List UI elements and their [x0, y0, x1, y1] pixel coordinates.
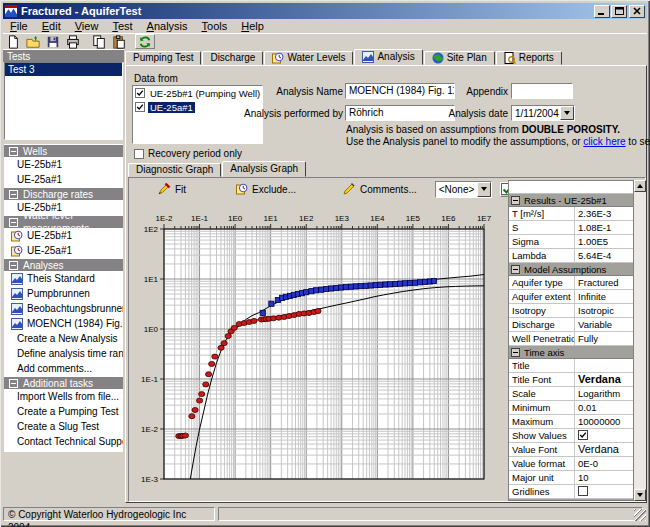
menu-bar: File Edit View Test Analysis Tools Help — [3, 19, 647, 33]
sidebar-item-well[interactable]: UE-25a#1 — [4, 172, 123, 187]
menu-edit[interactable]: Edit — [35, 19, 68, 33]
paste-button[interactable] — [109, 34, 129, 49]
svg-text:1E2: 1E2 — [144, 225, 159, 234]
waterlevel-section-header[interactable]: Water level measurements — [4, 215, 123, 228]
prop-value[interactable]: 1.08E-1 — [575, 221, 633, 234]
prop-label: Minimum — [509, 401, 575, 414]
prop-value[interactable]: 0E-0 — [575, 457, 633, 470]
prop-value[interactable]: Verdana — [575, 373, 633, 386]
exclude-button[interactable]: Exclude... — [232, 181, 300, 197]
menu-analysis[interactable]: Analysis — [140, 19, 195, 33]
copy-button[interactable] — [89, 34, 109, 49]
menu-test[interactable]: Test — [105, 19, 139, 33]
analyses-section-header[interactable]: Analyses — [4, 258, 123, 271]
close-button[interactable] — [629, 5, 645, 18]
tab-diagnostic-graph[interactable]: Diagnostic Graph — [128, 163, 221, 177]
add-comments-action[interactable]: Add comments... — [4, 361, 123, 376]
contact-support-action[interactable]: Contact Technical Support... — [4, 434, 123, 449]
create-new-analysis-action[interactable]: Create a New Analysis — [4, 331, 123, 346]
sidebar-item-analysis[interactable]: Pumpbrunnen — [4, 286, 123, 301]
resize-grip[interactable] — [634, 509, 646, 521]
sidebar-item-waterlevel[interactable]: UE-25a#1 — [4, 243, 123, 258]
minimize-button[interactable] — [594, 5, 610, 18]
maximize-button[interactable] — [611, 5, 627, 18]
overlay-dropdown-button[interactable] — [477, 182, 491, 197]
scroll-down-button[interactable] — [634, 489, 646, 501]
prop-value[interactable]: Logarithm — [575, 387, 633, 400]
tab-reports[interactable]: Reports — [496, 51, 562, 65]
model-assumptions-section-header[interactable]: Model Assumptions — [509, 263, 633, 276]
well-checkbox[interactable] — [135, 88, 145, 98]
sidebar-item-analysis[interactable]: Theis Standard — [4, 271, 123, 286]
tab-discharge[interactable]: Discharge — [202, 51, 263, 65]
save-button[interactable] — [43, 34, 63, 49]
menu-help[interactable]: Help — [234, 19, 271, 33]
sidebar-item-analysis[interactable]: Beobachtungsbrunnen — [4, 301, 123, 316]
menu-file[interactable]: File — [3, 19, 35, 33]
prop-value[interactable]: Verdana — [575, 443, 633, 456]
sidebar-item-analysis[interactable]: MOENCH (1984) Fig. 11 — [4, 316, 123, 331]
collapse-icon[interactable] — [511, 348, 520, 357]
prop-value[interactable]: 2.36E-3 — [575, 207, 633, 220]
analysis-chart[interactable]: 1E-21E-11E01E11E21E31E41E51E61E71E21E11E… — [132, 199, 506, 500]
define-time-range-action[interactable]: Define analysis time range... — [4, 346, 123, 361]
tab-water-levels[interactable]: Water Levels — [264, 51, 353, 65]
menu-tools[interactable]: Tools — [195, 19, 235, 33]
open-button[interactable] — [23, 34, 43, 49]
collapse-icon[interactable] — [511, 196, 520, 205]
collapse-icon[interactable] — [9, 218, 18, 227]
new-document-button[interactable] — [3, 34, 23, 49]
recovery-checkbox[interactable] — [134, 149, 144, 159]
date-dropdown-button[interactable] — [560, 106, 574, 120]
property-row: T [m²/s]2.36E-3 — [509, 207, 633, 221]
prop-value[interactable]: 0.01 — [575, 401, 633, 414]
print-button[interactable] — [63, 34, 83, 49]
gridlines-checkbox[interactable] — [578, 486, 588, 496]
test-item[interactable]: Test 3 — [5, 63, 122, 76]
tab-site-plan[interactable]: Site Plan — [424, 51, 495, 65]
appendix-field[interactable] — [511, 83, 573, 99]
prop-value[interactable]: 5.64E-4 — [575, 249, 633, 262]
menu-view[interactable]: View — [68, 19, 106, 33]
tab-pumping-test[interactable]: Pumping Test — [125, 51, 201, 65]
time-axis-section-header[interactable]: Time axis — [509, 346, 633, 359]
refresh-button[interactable] — [135, 34, 155, 49]
prop-value[interactable]: Variable — [575, 318, 633, 331]
wells-section-header[interactable]: Wells — [4, 144, 123, 157]
click-here-link[interactable]: click here — [583, 136, 625, 147]
prop-value[interactable]: 10 — [575, 471, 633, 484]
create-slug-test-action[interactable]: Create a Slug Test — [4, 419, 123, 434]
prop-value[interactable]: 10000000 — [575, 415, 633, 428]
collapse-icon[interactable] — [511, 265, 520, 274]
tab-analysis-graph[interactable]: Analysis Graph — [222, 161, 306, 177]
prop-value[interactable]: Fractured — [575, 276, 633, 289]
prop-value[interactable]: 1.00E5 — [575, 235, 633, 248]
svg-text:1E-1: 1E-1 — [191, 214, 208, 223]
comments-label: Comments... — [360, 184, 417, 195]
prop-value[interactable] — [575, 359, 633, 372]
collapse-icon[interactable] — [9, 261, 18, 270]
scroll-up-button[interactable] — [634, 180, 646, 192]
import-wells-action[interactable]: Import Wells from file... — [4, 389, 123, 404]
collapse-icon[interactable] — [9, 379, 18, 388]
tests-list[interactable]: Test 3 — [4, 62, 123, 140]
fit-button[interactable]: Fit — [153, 180, 190, 198]
property-grid-scrollbar[interactable] — [634, 180, 646, 501]
collapse-icon[interactable] — [9, 190, 18, 199]
collapse-icon[interactable] — [9, 147, 18, 156]
analysis-name-field[interactable]: MOENCH (1984) Fig. 11 — [345, 83, 455, 99]
analysis-date-combo[interactable]: 1/11/2004 — [511, 105, 575, 121]
overlay-combo[interactable]: <None> — [435, 181, 493, 198]
prop-value[interactable]: Isotropic — [575, 304, 633, 317]
tab-analysis[interactable]: Analysis — [354, 49, 422, 65]
results-section-header[interactable]: Results - UE-25b#1 — [509, 194, 633, 207]
comments-button[interactable]: Comments... — [338, 180, 421, 198]
tasks-section-header[interactable]: Additional tasks — [4, 376, 123, 389]
sidebar-item-well[interactable]: UE-25b#1 — [4, 157, 123, 172]
well-checkbox[interactable] — [135, 102, 145, 112]
prop-value[interactable]: Fully — [575, 332, 633, 345]
prop-value[interactable]: Infinite — [575, 290, 633, 303]
discharge-section-header[interactable]: Discharge rates — [4, 187, 123, 200]
create-pumping-test-action[interactable]: Create a Pumping Test — [4, 404, 123, 419]
show-values-checkbox[interactable] — [578, 430, 588, 440]
